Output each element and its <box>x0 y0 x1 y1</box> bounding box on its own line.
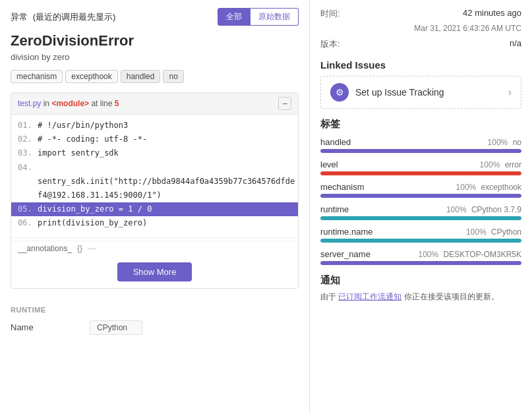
tags-section: 标签 handled 100% no level 100% error <box>320 118 521 265</box>
collapse-btn[interactable]: − <box>278 97 291 110</box>
tag-no: no <box>163 70 183 83</box>
show-more-container: Show More <box>11 256 298 288</box>
code-line-6: 06. print(division_by_zero) <box>11 216 298 230</box>
tag-mechanism-bar <box>320 194 521 198</box>
code-line-5: 05. division_by_zero = 1 / 0 <box>11 202 298 216</box>
tags-section-title: 标签 <box>320 118 521 131</box>
tag-level-value: error <box>505 160 521 169</box>
code-block: test.py in <module> at line 5 − 01. # !/… <box>11 92 299 289</box>
error-title: ZeroDivisionError <box>11 32 299 49</box>
issue-tracking-label: Set up Issue Tracking <box>355 87 444 98</box>
annotations-label: __annotations_ <box>18 244 72 253</box>
code-line-2: 02. # -*- coding: utf-8 -*- <box>11 133 298 146</box>
view-toggle-group: 全部 原始数据 <box>218 8 299 26</box>
issue-tracking-button[interactable]: ⚙ Set up Issue Tracking › <box>320 76 521 109</box>
time-sub: Mar 31, 2021 6:43:26 AM UTC <box>320 24 521 33</box>
tag-handled: handled <box>121 70 161 83</box>
linked-issues-title: Linked Issues <box>320 59 521 71</box>
tag-handled-bar <box>320 149 521 153</box>
tag-handled-name: handled <box>320 137 351 147</box>
error-subtitle: division by zero <box>11 52 299 62</box>
time-value: 42 minutes ago <box>463 8 521 18</box>
tag-item-runtime-name: runtime.name 100% CPython <box>320 227 521 243</box>
notice-title: 通知 <box>320 274 521 287</box>
tag-runtimename-bar <box>320 239 521 243</box>
right-panel: 时间: 42 minutes ago Mar 31, 2021 6:43:26 … <box>310 0 532 414</box>
tag-level-name: level <box>320 160 338 169</box>
code-line-3: 03. import sentry_sdk <box>11 146 298 160</box>
code-line-4: 04. <box>11 161 298 175</box>
tag-item-runtime: runtime 100% CPython 3.7.9 <box>320 204 521 220</box>
code-line-4b: sentry_sdk.init("http://bbda9844af0a4359… <box>11 175 298 189</box>
runtime-section: RUNTIME Name CPython <box>11 298 299 348</box>
tag-runtimename-name: runtime.name <box>320 227 372 237</box>
version-value: n/a <box>510 38 521 48</box>
tag-servername-pct: 100% <box>418 250 438 259</box>
tag-runtime-name: runtime <box>320 204 349 214</box>
tag-servername-name: server_name <box>320 249 370 259</box>
tag-runtime-value: CPython 3.7.9 <box>471 205 521 214</box>
notice-suffix: 你正在接受该项目的更新。 <box>404 292 499 301</box>
code-line-1: 01. # !/usr/bin/python3 <box>11 119 298 133</box>
tag-level-bar <box>320 171 521 175</box>
line-number-ref: 5 <box>115 99 119 108</box>
dash: — <box>88 244 96 253</box>
runtime-name-label: Name <box>11 322 90 332</box>
module-name: <module> <box>51 99 89 108</box>
runtime-name-value: CPython <box>90 320 142 335</box>
runtime-name-row: Name CPython <box>11 320 299 335</box>
tag-runtimename-pct: 100% <box>466 227 487 237</box>
tag-servername-bar <box>320 261 521 265</box>
tag-item-mechanism: mechanism 100% excepthook <box>320 182 521 198</box>
issue-tracking-icon: ⚙ <box>330 83 349 102</box>
tag-mechanism-name: mechanism <box>320 182 364 192</box>
left-panel: 异常 (最近的调用最先显示) 全部 原始数据 ZeroDivisionError… <box>0 0 310 414</box>
tag-runtimename-value: CPython <box>491 227 521 237</box>
time-row: 时间: 42 minutes ago <box>320 8 521 20</box>
code-file-info: test.py in <module> at line 5 <box>18 99 119 108</box>
code-lines: 01. # !/usr/bin/python3 02. # -*- coding… <box>11 115 298 235</box>
tags-row: mechanism excepthook handled no <box>11 70 299 83</box>
tag-item-handled: handled 100% no <box>320 137 521 153</box>
tag-mechanism-pct: 100% <box>456 183 477 192</box>
tag-item-server-name: server_name 100% DESKTOP-OM3KR5K <box>320 249 521 265</box>
raw-btn[interactable]: 原始数据 <box>251 8 299 26</box>
show-more-button[interactable]: Show More <box>117 262 192 281</box>
annotations-value: {} <box>77 244 82 253</box>
notice-prefix: 由于 <box>320 292 336 301</box>
tag-runtime-pct: 100% <box>446 205 467 214</box>
tag-servername-value: DESKTOP-OM3KR5K <box>444 250 521 259</box>
tag-runtime-bar <box>320 216 521 220</box>
annotations-row: __annotations_ {} — <box>11 241 298 256</box>
exception-header: 异常 (最近的调用最先显示) 全部 原始数据 <box>11 8 299 26</box>
time-label: 时间: <box>320 8 360 20</box>
linked-issues-section: Linked Issues ⚙ Set up Issue Tracking › <box>320 59 521 109</box>
tag-level-pct: 100% <box>480 160 500 169</box>
notice-link[interactable]: 已订阅工作流通知 <box>338 292 401 301</box>
tag-item-level: level 100% error <box>320 160 521 175</box>
notice-section: 通知 由于 已订阅工作流通知 你正在接受该项目的更新。 <box>320 274 521 303</box>
code-header: test.py in <module> at line 5 − <box>11 93 298 115</box>
tag-handled-value: no <box>513 138 521 147</box>
notice-text: 由于 已订阅工作流通知 你正在接受该项目的更新。 <box>320 291 521 303</box>
version-label: 版本: <box>320 38 360 50</box>
exception-label: 异常 (最近的调用最先显示) <box>11 11 115 23</box>
version-row: 版本: n/a <box>320 38 521 50</box>
all-btn[interactable]: 全部 <box>218 8 251 26</box>
tag-mechanism: mechanism <box>11 70 63 83</box>
runtime-section-title: RUNTIME <box>11 306 299 314</box>
chevron-right-icon: › <box>508 86 512 98</box>
tag-handled-pct: 100% <box>488 138 508 147</box>
filename: test.py <box>18 99 41 108</box>
tag-excepthook: excepthook <box>65 70 117 83</box>
tag-mechanism-value: excepthook <box>481 183 521 192</box>
code-line-4c: f4@192.168.31.145:9000/1") <box>11 189 298 202</box>
